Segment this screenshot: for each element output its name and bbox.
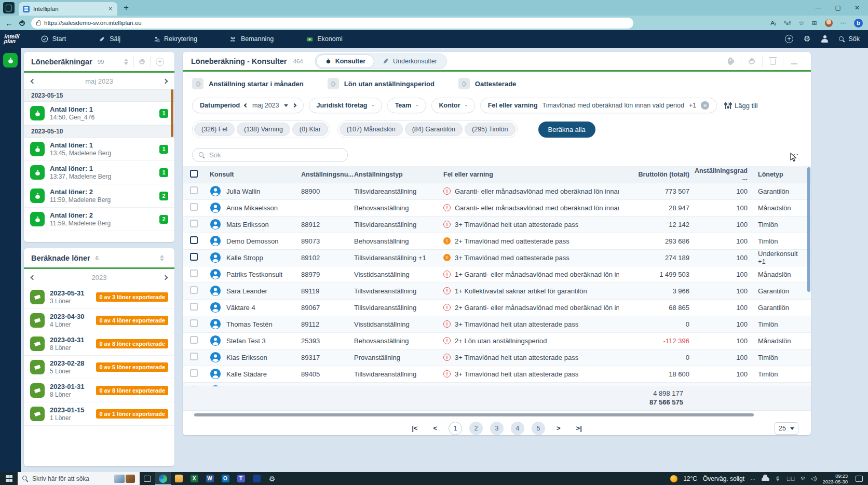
table-row[interactable]: Anna Mikaelsson Behovsanställning Garant… — [183, 200, 811, 217]
tag-icon[interactable] — [720, 55, 741, 68]
notification-icon[interactable] — [856, 476, 863, 482]
task-view-button[interactable] — [140, 472, 155, 485]
blue-app-button[interactable] — [249, 472, 264, 485]
consultant-name[interactable]: Anna Mikaelsson — [226, 204, 278, 212]
page-button-5[interactable]: 5 — [532, 422, 545, 435]
col-anstallningstyp[interactable]: Anställningstyp — [354, 171, 443, 178]
table-row[interactable]: Stefan Test 3 25393 Behovsanställning 2+… — [183, 333, 811, 349]
onedrive-icon[interactable] — [762, 477, 769, 481]
list-item[interactable]: Antal löner: 2 11:59, Madelene Berg 2 — [24, 184, 174, 208]
gear-icon[interactable]: ⚙ — [804, 34, 810, 44]
calculate-all-button[interactable]: Beräkna alla — [538, 122, 595, 138]
weather-temp[interactable]: 12°C — [683, 475, 697, 482]
row-checkbox[interactable] — [190, 236, 198, 244]
consultant-name[interactable]: Kalle Stropp — [226, 254, 263, 262]
favorites-icon[interactable]: ☆ — [799, 19, 804, 26]
filter-juridiskt-foretag[interactable]: Juridiskt företag - — [309, 98, 382, 113]
file-explorer-button[interactable] — [171, 472, 186, 485]
nav-item-start[interactable]: Start — [26, 35, 84, 43]
url-text[interactable]: https://salesdemo-sv.on.intelliplan.eu — [44, 20, 142, 26]
volume-icon[interactable]: ◁) — [810, 475, 817, 482]
col-anstallningsgrad[interactable]: Anställningsgrad ... — [691, 167, 750, 182]
download-icon[interactable]: ↓ — [783, 55, 805, 68]
page-button-3[interactable]: 3 — [490, 422, 504, 435]
consultant-name[interactable]: Sara Leander — [226, 287, 267, 295]
table-row[interactable]: Sara Leander 89119 Tillsvidareanställnin… — [183, 283, 811, 300]
quick-filter[interactable]: Lön utan anställningsperiod — [328, 78, 435, 89]
col-lonetyp[interactable]: Lönetyp — [750, 171, 804, 178]
briefcase-image[interactable] — [126, 475, 135, 483]
laptop-image[interactable] — [114, 475, 125, 483]
add-filter-button[interactable]: Lägg till — [725, 102, 758, 110]
settings-button[interactable]: ⚙ — [264, 472, 280, 485]
consultant-name[interactable]: Demo Demosson — [226, 237, 278, 245]
horizontal-scrollbar[interactable] — [194, 413, 754, 417]
row-checkbox[interactable] — [190, 270, 198, 277]
panel-scrollbar[interactable] — [171, 89, 173, 137]
list-item[interactable]: 2023-04-30 4 Löner 0 av 4 löner exporter… — [24, 309, 174, 332]
person-icon[interactable] — [821, 35, 829, 43]
taskbar-search[interactable]: Skriv här för att söka — [18, 472, 140, 485]
toggle-konsulter[interactable]: Konsulter — [316, 55, 374, 68]
table-row[interactable]: Stina Larsson 89293 Tillsvidareanställni… — [183, 383, 811, 386]
quick-filter[interactable]: Oattesterade — [458, 78, 516, 89]
more-menu-icon[interactable]: ⋯ — [840, 19, 847, 26]
first-page-button[interactable]: |< — [408, 424, 422, 432]
chevron-down-icon[interactable] — [284, 104, 288, 107]
next-page-button[interactable]: > — [552, 424, 565, 432]
next-year-icon[interactable] — [163, 275, 168, 280]
consultant-name[interactable]: Klas Eriksson — [226, 354, 267, 361]
microphone-icon[interactable]: 🎙 — [775, 476, 781, 482]
prev-period-icon[interactable] — [244, 103, 248, 107]
clock[interactable]: 09:23 2023-05-30 — [822, 473, 848, 484]
row-checkbox[interactable] — [190, 336, 198, 344]
page-button-2[interactable]: 2 — [469, 422, 483, 435]
search-input[interactable]: Sök — [192, 148, 348, 162]
edge-taskbar-button[interactable] — [155, 472, 171, 485]
quick-filter[interactable]: Anställning startar i månaden — [192, 78, 304, 89]
table-row[interactable]: Väktare 4 89067 Tillsvidareanställning 2… — [183, 300, 811, 316]
consultant-name[interactable]: Patriks Testkonsult — [226, 271, 282, 278]
row-checkbox[interactable] — [190, 253, 198, 261]
start-button[interactable] — [0, 472, 18, 485]
table-row[interactable]: Kalle Städare 89405 Tillsvidareanställni… — [183, 366, 811, 383]
consultant-name[interactable]: Väktare 4 — [226, 304, 255, 312]
teams-button[interactable]: T — [233, 472, 249, 485]
table-row[interactable]: Kalle Stropp 89102 Tillsvidareanställnin… — [183, 250, 811, 266]
read-aloud-icon[interactable]: A) — [770, 20, 776, 26]
row-checkbox[interactable] — [190, 286, 198, 294]
excel-button[interactable]: X — [186, 472, 202, 485]
select-all-checkbox[interactable] — [190, 170, 198, 178]
page-size-select[interactable]: 25 — [775, 422, 798, 435]
refresh-icon[interactable] — [741, 55, 762, 68]
profile-avatar[interactable] — [825, 19, 833, 27]
tab-close-icon[interactable]: × — [107, 5, 113, 12]
add-icon[interactable]: + — [785, 35, 793, 43]
consultant-name[interactable]: Thomas Testén — [226, 320, 273, 328]
last-page-button[interactable]: >| — [572, 424, 586, 432]
list-item[interactable]: Antal löner: 1 13:45, Madelene Berg 1 — [24, 138, 174, 161]
consultant-name[interactable]: Kalle Städare — [226, 370, 267, 378]
consultant-name[interactable]: Julia Wallin — [226, 187, 260, 195]
filter-team[interactable]: Team - — [387, 98, 426, 113]
list-item[interactable]: 2023-01-31 8 Löner 0 av 8 löner exporter… — [24, 379, 174, 402]
list-item[interactable]: 2023-02-28 5 Löner 0 av 5 löner exporter… — [24, 356, 174, 379]
back-icon[interactable]: ← — [5, 19, 13, 28]
row-checkbox[interactable] — [190, 369, 198, 377]
workspaces-icon[interactable] — [3, 2, 15, 14]
pill-klar[interactable]: (0) Klar — [292, 123, 328, 136]
table-row[interactable]: Mats Eriksson 88912 Tillsvidareanställni… — [183, 217, 811, 233]
table-row[interactable]: Klas Eriksson 89317 Provanställning 3+ T… — [183, 349, 811, 366]
consultant-name[interactable]: Mats Eriksson — [226, 221, 269, 228]
payroll-module-icon[interactable] — [3, 53, 18, 68]
table-row[interactable]: Thomas Testén 89112 Visstidsanställning … — [183, 316, 811, 333]
list-item[interactable]: 2023-03-31 8 Löner 0 av 8 löner exporter… — [24, 332, 174, 356]
plus-circle-icon[interactable]: + — [150, 56, 169, 68]
consultant-name[interactable]: Stefan Test 3 — [226, 337, 266, 345]
pill-fel[interactable]: (326) Fel — [194, 123, 235, 136]
list-item[interactable]: Antal löner: 2 11:59, Madelene Berg 2 — [24, 208, 174, 231]
bing-icon[interactable]: b — [854, 19, 863, 28]
trash-icon[interactable] — [762, 55, 783, 68]
next-month-icon[interactable] — [163, 78, 168, 84]
intelliplan-logo[interactable]: intelliplan — [0, 34, 27, 44]
